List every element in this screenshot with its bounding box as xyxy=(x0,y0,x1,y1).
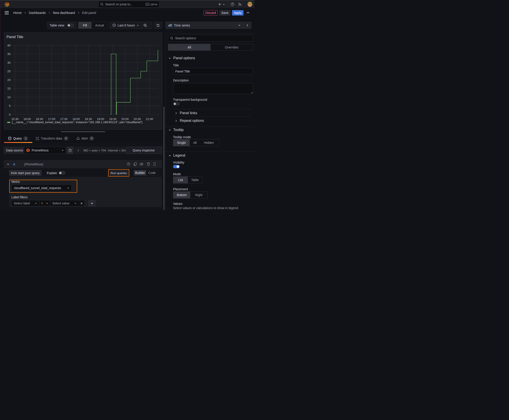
svg-text:19:00: 19:00 xyxy=(97,117,104,121)
svg-text:19:30: 19:30 xyxy=(109,117,116,121)
svg-text:20:00: 20:00 xyxy=(122,117,129,121)
svg-text:18:30: 18:30 xyxy=(85,117,92,121)
svg-text:21:00: 21:00 xyxy=(146,117,153,121)
svg-text:16:00: 16:00 xyxy=(23,117,31,121)
svg-text:0: 0 xyxy=(9,113,11,116)
svg-text:25: 25 xyxy=(8,69,11,73)
svg-text:20: 20 xyxy=(8,78,11,82)
svg-text:16:30: 16:30 xyxy=(36,117,43,121)
svg-text:17:00: 17:00 xyxy=(48,117,55,121)
svg-text:18:00: 18:00 xyxy=(73,117,80,121)
svg-text:35: 35 xyxy=(8,52,11,56)
svg-text:10: 10 xyxy=(8,96,11,99)
svg-text:20:30: 20:30 xyxy=(134,117,141,121)
svg-text:15:30: 15:30 xyxy=(11,117,19,121)
svg-text:5: 5 xyxy=(9,104,11,107)
svg-text:15: 15 xyxy=(8,87,11,90)
svg-text:17:30: 17:30 xyxy=(60,117,68,121)
svg-text:40: 40 xyxy=(8,44,11,47)
svg-text:30: 30 xyxy=(8,61,11,64)
